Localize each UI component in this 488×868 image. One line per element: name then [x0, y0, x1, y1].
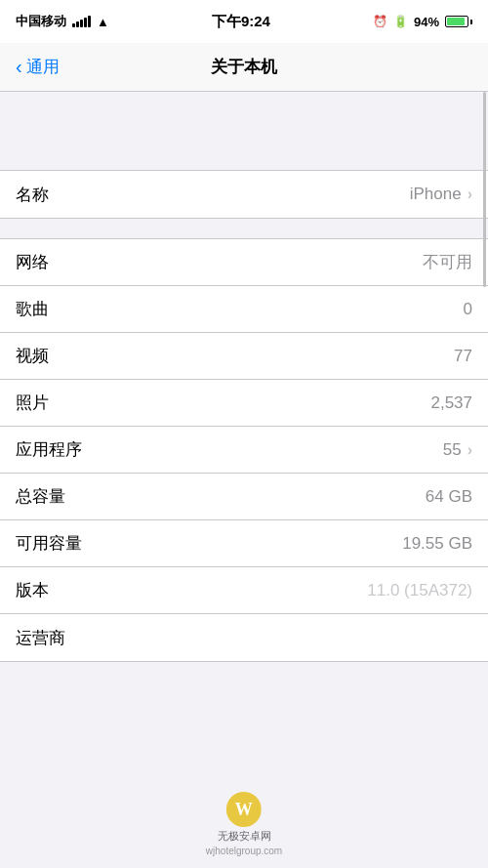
- scrollbar-indicator: [483, 92, 486, 287]
- row-name-chevron-icon: ›: [468, 186, 472, 203]
- page-title: 关于本机: [211, 56, 277, 78]
- settings-group-info: 网络 不可用 歌曲 0 视频 77 照片 2,537 应用程序 55 › 总容量…: [0, 238, 488, 662]
- row-network: 网络 不可用: [0, 239, 488, 286]
- row-videos-value: 77: [454, 347, 472, 366]
- battery-percent: 94%: [414, 15, 439, 29]
- watermark: W 无极安卓网 wjhotelgroup.com: [206, 792, 282, 856]
- back-button[interactable]: ‹ 通用: [16, 56, 60, 78]
- wifi-icon: ▲: [97, 15, 109, 29]
- row-videos-value-text: 77: [454, 347, 472, 366]
- row-songs: 歌曲 0: [0, 286, 488, 333]
- row-songs-label: 歌曲: [16, 298, 49, 320]
- alarm-icon: ⏰: [373, 15, 387, 28]
- row-songs-value-text: 0: [464, 300, 472, 319]
- row-apps-chevron-icon: ›: [468, 441, 472, 459]
- row-apps-value: 55 ›: [443, 440, 472, 460]
- group-spacer-1: [0, 219, 488, 238]
- row-total-capacity-value-text: 64 GB: [426, 487, 472, 507]
- row-total-capacity-value: 64 GB: [426, 487, 472, 507]
- row-photos-label: 照片: [16, 392, 49, 414]
- row-version-label: 版本: [16, 579, 49, 601]
- row-carrier-label: 运营商: [16, 627, 65, 649]
- row-version-value: 11.0 (15A372): [367, 581, 472, 600]
- charging-icon: 🔋: [393, 15, 408, 28]
- row-available-capacity: 可用容量 19.55 GB: [0, 520, 488, 567]
- row-name-value: iPhone ›: [410, 185, 472, 204]
- row-photos: 照片 2,537: [0, 380, 488, 427]
- status-right: ⏰ 🔋 94%: [373, 15, 472, 29]
- back-label: 通用: [26, 56, 60, 78]
- row-apps-value-text: 55: [443, 440, 462, 460]
- row-network-label: 网络: [16, 251, 49, 273]
- watermark-site: wjhotelgroup.com: [206, 846, 282, 856]
- watermark-brand: 无极安卓网: [218, 829, 271, 844]
- row-photos-value-text: 2,537: [430, 393, 472, 413]
- status-bar: 中国移动 ▲ 下午9:24 ⏰ 🔋 94%: [0, 0, 488, 43]
- row-total-capacity: 总容量 64 GB: [0, 474, 488, 520]
- row-name-label: 名称: [16, 184, 49, 206]
- row-videos-label: 视频: [16, 345, 49, 367]
- nav-bar: ‹ 通用 关于本机: [0, 43, 488, 92]
- row-version-value-text: 11.0 (15A372): [367, 581, 472, 600]
- status-left: 中国移动 ▲: [16, 13, 109, 30]
- signal-icon: [72, 16, 91, 27]
- row-name[interactable]: 名称 iPhone ›: [0, 171, 488, 218]
- row-available-capacity-value: 19.55 GB: [402, 534, 472, 554]
- row-available-capacity-label: 可用容量: [16, 532, 82, 555]
- watermark-logo-icon: W: [226, 792, 262, 827]
- svg-text:W: W: [235, 800, 253, 819]
- row-version: 版本 11.0 (15A372): [0, 567, 488, 614]
- top-spacer: [0, 92, 488, 170]
- row-songs-value: 0: [464, 300, 472, 319]
- battery-fill: [447, 18, 465, 25]
- row-videos: 视频 77: [0, 333, 488, 380]
- row-total-capacity-label: 总容量: [16, 485, 65, 508]
- row-photos-value: 2,537: [430, 393, 472, 413]
- battery-body: [445, 16, 468, 27]
- row-name-value-text: iPhone: [410, 185, 462, 204]
- battery-tip: [470, 20, 472, 24]
- row-apps[interactable]: 应用程序 55 ›: [0, 427, 488, 474]
- battery-icon: [445, 16, 472, 27]
- back-chevron-icon: ‹: [16, 57, 22, 76]
- row-network-value: 不可用: [423, 251, 472, 273]
- row-available-capacity-value-text: 19.55 GB: [402, 534, 472, 554]
- status-time: 下午9:24: [212, 13, 270, 31]
- row-network-value-text: 不可用: [423, 251, 472, 273]
- row-apps-label: 应用程序: [16, 438, 82, 461]
- settings-group-name: 名称 iPhone ›: [0, 170, 488, 219]
- carrier-label: 中国移动: [16, 13, 66, 30]
- row-carrier: 运营商: [0, 614, 488, 661]
